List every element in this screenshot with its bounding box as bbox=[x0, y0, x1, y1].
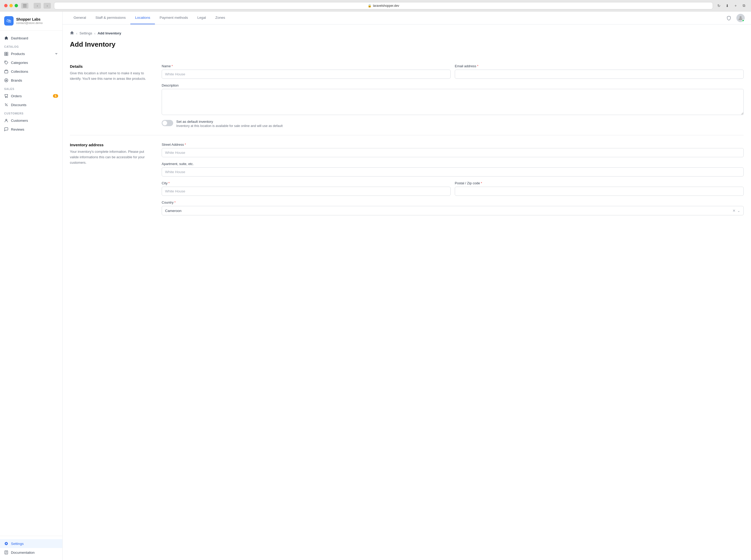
customers-label: Customers bbox=[11, 119, 28, 122]
svg-point-16 bbox=[739, 16, 742, 18]
description-textarea[interactable] bbox=[162, 89, 744, 115]
name-required: * bbox=[172, 64, 173, 68]
tab-staff[interactable]: Staff & permissions bbox=[91, 12, 131, 24]
catalog-section-label: CATALOG bbox=[0, 42, 62, 49]
sidebar: 🛍 Shopper Labs contact@store.demo Dashbo… bbox=[0, 12, 63, 560]
products-left: Products bbox=[4, 52, 25, 56]
maximize-button[interactable] bbox=[15, 4, 18, 7]
sidebar-item-dashboard[interactable]: Dashboard bbox=[0, 34, 62, 42]
apt-input[interactable] bbox=[162, 167, 744, 177]
svg-rect-4 bbox=[6, 52, 8, 54]
sidebar-toggle-button[interactable] bbox=[21, 3, 28, 8]
zip-label: Postal / Zip code * bbox=[455, 181, 744, 185]
svg-point-10 bbox=[5, 97, 6, 98]
orders-badge: 5 bbox=[53, 94, 58, 98]
sidebar-item-customers[interactable]: Customers bbox=[0, 116, 62, 125]
city-required: * bbox=[168, 181, 170, 185]
email-required: * bbox=[477, 64, 478, 68]
home-icon bbox=[4, 36, 8, 40]
country-select[interactable]: Cameroon ✕ ⌄ bbox=[162, 206, 744, 215]
lock-icon: 🔒 bbox=[368, 4, 372, 7]
reload-button[interactable]: ↻ bbox=[716, 3, 722, 8]
tab-locations[interactable]: Locations bbox=[131, 12, 155, 24]
traffic-lights bbox=[4, 4, 18, 7]
toggle-label: Set as default inventory bbox=[176, 120, 283, 124]
sidebar-item-discounts[interactable]: Discounts bbox=[0, 100, 62, 109]
products-icon bbox=[4, 52, 8, 56]
browser-actions: ↻ ⬇ ＋ ⧉ bbox=[716, 3, 747, 8]
reviews-label: Reviews bbox=[11, 127, 24, 132]
breadcrumb-settings[interactable]: Settings bbox=[80, 31, 92, 35]
content-area: ‹ Settings ‹ Add Inventory Add Inventory… bbox=[63, 24, 751, 229]
city-input[interactable] bbox=[162, 187, 451, 196]
collection-icon bbox=[4, 69, 8, 74]
brand-email: contact@store.demo bbox=[16, 21, 43, 24]
new-tab-button[interactable]: ＋ bbox=[733, 3, 738, 8]
default-inventory-toggle[interactable] bbox=[162, 120, 173, 126]
city-group: City * bbox=[162, 181, 451, 196]
toggle-text: Set as default inventory Inventory at th… bbox=[176, 120, 283, 128]
shield-icon-button[interactable] bbox=[725, 14, 733, 22]
close-button[interactable] bbox=[4, 4, 7, 7]
details-section-info: Details Give this location a short name … bbox=[70, 64, 153, 128]
email-input[interactable] bbox=[455, 69, 744, 79]
dashboard-label: Dashboard bbox=[11, 36, 28, 40]
breadcrumb: ‹ Settings ‹ Add Inventory bbox=[70, 31, 744, 36]
name-group: Name * bbox=[162, 64, 451, 79]
svg-rect-6 bbox=[6, 54, 8, 56]
address-bar[interactable]: 🔒 laravelshopper.dev bbox=[54, 2, 713, 9]
sidebar-item-collections[interactable]: Collections bbox=[0, 67, 62, 76]
sidebar-item-settings[interactable]: Settings bbox=[0, 539, 62, 548]
city-zip-row: City * Postal / Zip code * bbox=[162, 181, 744, 196]
download-button[interactable]: ⬇ bbox=[725, 3, 730, 8]
browser-chrome: ‹ › 🔒 laravelshopper.dev ↻ ⬇ ＋ ⧉ bbox=[0, 0, 751, 12]
sales-section-label: SALES bbox=[0, 85, 62, 92]
discounts-icon bbox=[4, 103, 8, 107]
chevron-down-icon bbox=[55, 52, 58, 56]
street-label: Street Address * bbox=[162, 143, 744, 146]
tab-zones[interactable]: Zones bbox=[211, 12, 230, 24]
settings-label: Settings bbox=[11, 542, 24, 546]
sidebar-item-documentation[interactable]: Documentation bbox=[0, 548, 62, 557]
brands-icon bbox=[4, 78, 8, 82]
name-label: Name * bbox=[162, 64, 451, 68]
documentation-label: Documentation bbox=[11, 551, 35, 555]
zip-input[interactable] bbox=[455, 187, 744, 196]
settings-icon bbox=[4, 541, 8, 546]
nav-right-actions bbox=[725, 14, 745, 22]
sidebar-item-reviews[interactable]: Reviews bbox=[0, 125, 62, 134]
city-label: City * bbox=[162, 181, 451, 185]
street-required: * bbox=[185, 143, 186, 146]
user-avatar[interactable] bbox=[736, 14, 745, 22]
sidebar-item-orders[interactable]: Orders 5 bbox=[0, 92, 62, 100]
home-breadcrumb[interactable] bbox=[70, 31, 74, 36]
tabs-button[interactable]: ⧉ bbox=[741, 3, 747, 8]
details-section: Details Give this location a short name … bbox=[70, 57, 744, 135]
sidebar-item-brands[interactable]: Brands bbox=[0, 76, 62, 85]
country-select-wrapper: Cameroon ✕ ⌄ bbox=[162, 206, 744, 215]
apt-label: Apartment, suite, etc. bbox=[162, 162, 744, 166]
email-group: Email address * bbox=[455, 64, 744, 79]
avatar-online-dot bbox=[742, 19, 745, 22]
tag-icon bbox=[4, 60, 8, 65]
minimize-button[interactable] bbox=[9, 4, 13, 7]
breadcrumb-sep-2: ‹ bbox=[94, 31, 95, 36]
svg-point-11 bbox=[7, 97, 7, 98]
svg-rect-3 bbox=[5, 52, 6, 54]
svg-rect-1 bbox=[23, 5, 26, 6]
sidebar-item-products[interactable]: Products bbox=[0, 49, 62, 58]
back-button[interactable]: ‹ bbox=[34, 3, 41, 8]
sidebar-item-categories[interactable]: Categories bbox=[0, 58, 62, 67]
tab-general[interactable]: General bbox=[69, 12, 91, 24]
tab-payment[interactable]: Payment methods bbox=[155, 12, 193, 24]
products-label: Products bbox=[11, 52, 25, 56]
select-clear-icon[interactable]: ✕ bbox=[732, 208, 736, 213]
street-input[interactable] bbox=[162, 148, 744, 157]
reviews-icon bbox=[4, 127, 8, 132]
tab-legal[interactable]: Legal bbox=[193, 12, 211, 24]
country-group: Country * Cameroon ✕ ⌄ bbox=[162, 200, 744, 215]
forward-button[interactable]: › bbox=[43, 3, 51, 8]
name-input[interactable] bbox=[162, 69, 451, 79]
customers-icon bbox=[4, 118, 8, 122]
collections-label: Collections bbox=[11, 69, 28, 74]
